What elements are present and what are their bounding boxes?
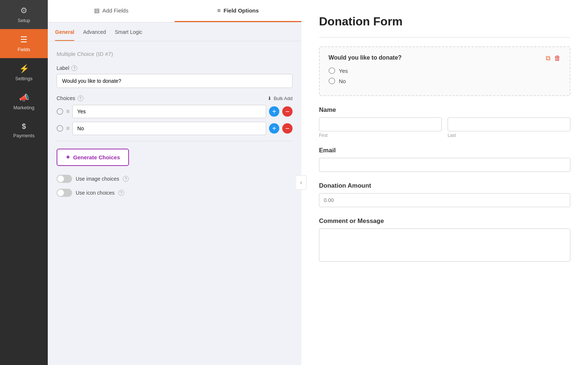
form-title: Donation Form bbox=[319, 15, 570, 28]
sidebar-item-label-settings: Settings bbox=[15, 76, 33, 81]
add-choice-2-button[interactable]: + bbox=[269, 123, 279, 134]
name-label: Name bbox=[319, 106, 570, 114]
field-id-label: (ID #7) bbox=[96, 51, 113, 57]
label-form-label: Label ? bbox=[57, 65, 293, 71]
sidebar-item-fields[interactable]: ☰ Fields bbox=[0, 29, 48, 58]
generate-choices-button[interactable]: ✦ Generate Choices bbox=[57, 149, 129, 166]
tab-add-fields[interactable]: ▤ Add Fields bbox=[48, 0, 175, 22]
collapse-icon: ‹ bbox=[300, 179, 302, 186]
top-tabs: ▤ Add Fields ≡ Field Options bbox=[48, 0, 301, 22]
collapse-handle[interactable]: ‹ bbox=[296, 175, 306, 190]
sub-tabs: General Advanced Smart Logic bbox=[48, 22, 301, 41]
sidebar-item-setup[interactable]: ⚙ Setup bbox=[0, 0, 48, 29]
sidebar: ⚙ Setup ☰ Fields ⚡ Settings 📣 Marketing … bbox=[0, 0, 48, 365]
tab-general-label: General bbox=[55, 29, 74, 35]
bulk-add-icon: ⬇ bbox=[268, 96, 272, 101]
field-title: Multiple Choice (ID #7) bbox=[57, 50, 293, 58]
comment-label: Comment or Message bbox=[319, 217, 570, 225]
label-form-group: Label ? bbox=[57, 65, 293, 88]
sidebar-item-label-setup: Setup bbox=[18, 18, 30, 23]
tab-advanced[interactable]: Advanced bbox=[83, 22, 106, 41]
last-name-input[interactable] bbox=[448, 117, 570, 131]
settings-icon: ⚡ bbox=[19, 64, 29, 74]
label-text: Label bbox=[57, 65, 69, 71]
icon-choices-help-icon[interactable]: ? bbox=[118, 190, 124, 196]
choice-row-2: ≡ + − bbox=[57, 122, 293, 135]
tab-field-options[interactable]: ≡ Field Options bbox=[175, 0, 301, 22]
bulk-add-label: Bulk Add bbox=[274, 96, 293, 101]
choices-label: Choices ? bbox=[57, 95, 83, 101]
image-choices-help-icon[interactable]: ? bbox=[123, 176, 129, 182]
generate-choices-label: Generate Choices bbox=[73, 154, 120, 160]
icon-choices-label: Use icon choices bbox=[76, 190, 115, 196]
label-input[interactable] bbox=[57, 74, 293, 88]
image-choices-toggle[interactable] bbox=[57, 175, 72, 183]
tab-advanced-label: Advanced bbox=[83, 29, 106, 35]
tab-general[interactable]: General bbox=[55, 22, 74, 41]
email-label: Email bbox=[319, 147, 570, 154]
comment-section: Comment or Message bbox=[319, 217, 570, 263]
sidebar-item-marketing[interactable]: 📣 Marketing bbox=[0, 87, 48, 116]
email-section: Email bbox=[319, 147, 570, 173]
icon-choices-toggle[interactable] bbox=[57, 189, 72, 197]
sidebar-item-label-marketing: Marketing bbox=[13, 105, 34, 110]
add-fields-icon: ▤ bbox=[94, 7, 100, 14]
choices-divider bbox=[57, 141, 293, 141]
choices-header: Choices ? ⬇ Bulk Add bbox=[57, 95, 293, 101]
preview-panel: Donation Form Would you like to donate? … bbox=[301, 0, 588, 365]
sidebar-item-payments[interactable]: $ Payments bbox=[0, 116, 48, 144]
drag-handle-2[interactable]: ≡ bbox=[66, 125, 69, 132]
sidebar-item-settings[interactable]: ⚡ Settings bbox=[0, 58, 48, 87]
first-name-input[interactable] bbox=[319, 117, 442, 131]
tab-smart-logic-label: Smart Logic bbox=[115, 29, 142, 35]
image-choices-toggle-row: Use image choices ? bbox=[57, 175, 293, 183]
choices-group: Choices ? ⬇ Bulk Add ≡ + − ≡ bbox=[57, 95, 293, 141]
drag-handle-1[interactable]: ≡ bbox=[66, 108, 69, 115]
donation-amount-input[interactable] bbox=[319, 193, 570, 207]
choice-radio-2 bbox=[57, 125, 63, 132]
marketing-icon: 📣 bbox=[19, 93, 29, 103]
field-type-label: Multiple Choice bbox=[57, 51, 94, 57]
radio-no-label: No bbox=[339, 78, 346, 84]
sparkle-icon: ✦ bbox=[65, 154, 70, 161]
donation-amount-label: Donation Amount bbox=[319, 182, 570, 189]
donation-question-text: Would you like to donate? bbox=[329, 54, 402, 61]
gear-icon: ⚙ bbox=[20, 6, 28, 15]
choices-help-icon[interactable]: ? bbox=[78, 95, 83, 101]
remove-choice-1-button[interactable]: − bbox=[282, 106, 293, 117]
payments-icon: $ bbox=[22, 122, 26, 131]
last-name-placeholder-label: Last bbox=[448, 133, 570, 138]
first-name-placeholder-label: First bbox=[319, 133, 442, 138]
middle-panel: ▤ Add Fields ≡ Field Options General Adv… bbox=[48, 0, 301, 365]
sidebar-item-label-fields: Fields bbox=[18, 47, 31, 52]
label-help-icon[interactable]: ? bbox=[71, 65, 77, 71]
tab-field-options-label: Field Options bbox=[223, 7, 259, 14]
copy-field-button[interactable]: ⧉ bbox=[546, 54, 551, 62]
choice-input-1[interactable] bbox=[72, 105, 266, 118]
radio-no[interactable] bbox=[329, 78, 335, 84]
delete-field-button[interactable]: 🗑 bbox=[554, 54, 561, 62]
preview-divider bbox=[319, 37, 570, 38]
choice-input-2[interactable] bbox=[72, 122, 266, 135]
sidebar-item-label-payments: Payments bbox=[13, 133, 35, 138]
tab-smart-logic[interactable]: Smart Logic bbox=[115, 22, 142, 41]
comment-textarea[interactable] bbox=[319, 228, 570, 262]
fields-icon: ☰ bbox=[20, 35, 28, 45]
first-name-wrap: First bbox=[319, 117, 442, 138]
tab-add-fields-label: Add Fields bbox=[103, 7, 129, 14]
choice-row-1: ≡ + − bbox=[57, 105, 293, 118]
choices-label-text: Choices bbox=[57, 95, 75, 101]
field-options-icon: ≡ bbox=[217, 7, 220, 14]
panel-content: Multiple Choice (ID #7) Label ? Choices … bbox=[48, 41, 301, 365]
icon-choices-toggle-row: Use icon choices ? bbox=[57, 189, 293, 197]
email-input[interactable] bbox=[319, 158, 570, 172]
radio-yes[interactable] bbox=[329, 67, 335, 74]
bulk-add-button[interactable]: ⬇ Bulk Add bbox=[268, 96, 293, 101]
remove-choice-2-button[interactable]: − bbox=[282, 123, 293, 134]
image-choices-label: Use image choices bbox=[76, 176, 119, 182]
add-choice-1-button[interactable]: + bbox=[269, 106, 279, 117]
choice-radio-1 bbox=[57, 108, 63, 115]
name-section: Name First Last bbox=[319, 106, 570, 138]
donation-field-header: Would you like to donate? ⧉ 🗑 bbox=[329, 54, 561, 62]
radio-option-no: No bbox=[329, 78, 561, 84]
